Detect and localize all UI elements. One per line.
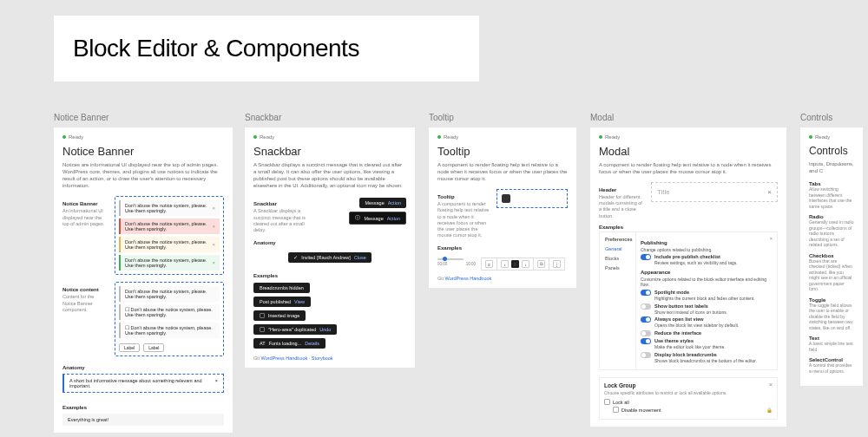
control-item: ToggleThe toggle field allows the user t…: [809, 297, 854, 331]
notice-warning: Don't abuse the notice system, please. U…: [119, 237, 220, 252]
tooltip-frame: [496, 189, 568, 208]
close-icon[interactable]: ×: [215, 378, 218, 388]
status-dot-icon: [253, 135, 257, 139]
sheet-controls: Ready Controls Inputs, Dropdowns, and C …: [800, 127, 863, 386]
subheading: Tooltip: [437, 194, 490, 199]
close-icon[interactable]: ×: [767, 188, 772, 196]
subheading: Header: [599, 187, 644, 192]
sheet-heading: Notice Banner: [62, 145, 224, 158]
anatomy-example: A short but informative message about so…: [62, 374, 224, 393]
snackbar-sample-icon: ⓘMessageAction: [349, 212, 406, 225]
toggle[interactable]: [641, 303, 651, 310]
close-icon[interactable]: ×: [212, 260, 215, 265]
link-handbook[interactable]: WordPress Handbook: [445, 276, 492, 281]
pref-group-heading: Appearance: [641, 270, 773, 275]
notice-content-frame: Don't abuse the notice system, please. U…: [115, 282, 224, 356]
time-start: 00:00: [437, 262, 447, 266]
toggle[interactable]: [641, 254, 651, 260]
lock-group-modal: × Lock Group Choose specific attributes …: [599, 377, 778, 420]
close-icon[interactable]: ×: [770, 236, 773, 241]
close-icon[interactable]: ×: [212, 242, 215, 247]
lock-icon: 🔒: [766, 408, 773, 413]
close-icon[interactable]: ×: [212, 224, 215, 229]
sheet-heading: Modal: [599, 145, 778, 158]
toggle[interactable]: [641, 290, 651, 296]
align-left-button[interactable]: ≡: [485, 260, 493, 268]
section-tooltip: Tooltip Ready Tooltip A component to ren…: [429, 113, 576, 288]
control-item: CheckboxBoxes that are checked (ticked) …: [809, 253, 854, 292]
toggle-row: Display block breadcrumbsShows block bre…: [641, 352, 773, 364]
toggle[interactable]: [641, 338, 651, 344]
sheet-modal: Ready Modal A component to render floati…: [590, 127, 786, 427]
control-item: SelectControlA control that provides a m…: [809, 357, 854, 374]
notice-variants-frame: Don't abuse the notice system, please. U…: [115, 196, 224, 275]
next-button[interactable]: ›: [522, 260, 529, 268]
toggle-row: Show button text labelsShow text instead…: [641, 303, 773, 316]
section-label: Notice Banner: [54, 113, 233, 122]
preferences-title: Preferences: [603, 236, 632, 243]
notice-content-line: ☐ Don't abuse the notice system, please.…: [119, 304, 220, 320]
snackbar-sample: MessageAction: [359, 198, 406, 208]
preferences-tabs: Preferences General Blocks Panels: [600, 232, 636, 369]
prev-button[interactable]: ‹: [501, 260, 509, 268]
media-toolbar: ≡ ‹› ⧉ ⋮: [481, 258, 565, 271]
sheet-heading: Snackbar: [253, 145, 406, 158]
control-item: RadioGenerally used in radio groups—coll…: [809, 214, 854, 248]
tab-blocks[interactable]: Blocks: [603, 255, 632, 262]
checkbox-row[interactable]: Lock all: [604, 399, 773, 405]
toggle-row: Use theme stylesMake the editor look lik…: [641, 338, 773, 350]
snackbar-anatomy: ✓Invited [Rauch Andrew]Close: [288, 252, 372, 263]
play-button[interactable]: [511, 260, 519, 268]
subheading: Notice Banner: [62, 201, 108, 206]
link-handbook[interactable]: WordPress Handbook: [261, 355, 308, 361]
control-item: TabsAllow switching between different in…: [809, 181, 854, 209]
checkbox-row[interactable]: Disable movement🔒: [613, 407, 773, 413]
toggle[interactable]: [641, 352, 651, 358]
more-button[interactable]: ⋮: [553, 260, 561, 268]
control-item: TextA basic simple line text field: [809, 336, 854, 352]
link-storybook[interactable]: Storybook: [312, 355, 333, 361]
snackbar-example: Inserted image: [253, 310, 306, 321]
notice-success: Don't abuse the notice system, please. U…: [119, 255, 220, 271]
tab-panels[interactable]: Panels: [603, 264, 632, 271]
close-icon[interactable]: ×: [212, 205, 215, 211]
label-button[interactable]: Label: [119, 343, 140, 352]
control-desc: A basic simple line text field: [809, 341, 854, 352]
toggle[interactable]: [641, 330, 651, 336]
status-ready: Ready: [437, 134, 568, 140]
section-notice-banner: Notice Banner Ready Notice Banner Notice…: [54, 113, 233, 433]
notice-default: Don't abuse the notice system, please. U…: [119, 200, 220, 216]
slider[interactable]: [437, 258, 464, 260]
footer-links: Git WordPress Handbook: [437, 276, 568, 281]
subheading: Snackbar: [253, 201, 314, 206]
control-desc: Boxes that are checked (ticked) when act…: [809, 258, 854, 292]
info-icon: ⓘ: [355, 215, 360, 221]
time-end: 10:00: [466, 262, 476, 266]
link-button[interactable]: ⧉: [537, 260, 545, 268]
subheading: Notice content: [62, 287, 108, 292]
snackbar-example: "Hero-area" duplicatedUndo: [253, 324, 337, 335]
subdescription: Content for the Notice Banner component.: [62, 294, 108, 312]
section-label: Controls: [800, 113, 863, 122]
control-desc: The toggle field allows the user to enab…: [809, 303, 854, 331]
footer-links: Git WordPress Handbook · Storybook: [253, 355, 406, 361]
status-ready: Ready: [62, 134, 224, 140]
checkbox-icon: [604, 399, 610, 405]
sheet-snackbar: Ready Snackbar A Snackbar displays a suc…: [245, 127, 415, 368]
control-desc: Generally used in radio groups—collectio…: [809, 219, 854, 248]
subdescription: A Snackbar displays a succinct message t…: [253, 208, 314, 233]
section-label: Modal: [590, 113, 786, 122]
play-icon: [514, 262, 517, 267]
pref-group-heading: Publishing: [641, 240, 773, 245]
snackbar-example: Post publishedView: [253, 297, 311, 307]
modal-title-placeholder: Title: [657, 188, 670, 196]
toggle[interactable]: [641, 316, 651, 323]
preferences-modal: Preferences General Blocks Panels × Publ…: [599, 232, 778, 370]
label-button[interactable]: Label: [143, 343, 164, 352]
tab-general[interactable]: General: [603, 245, 632, 252]
duplicate-icon: [260, 327, 265, 332]
close-icon[interactable]: ×: [769, 382, 773, 388]
sheet-notice: Ready Notice Banner Notices are informat…: [54, 127, 233, 433]
section-modal: Modal Ready Modal A component to render …: [590, 113, 786, 427]
subdescription: A component to render floating help text…: [437, 201, 490, 238]
